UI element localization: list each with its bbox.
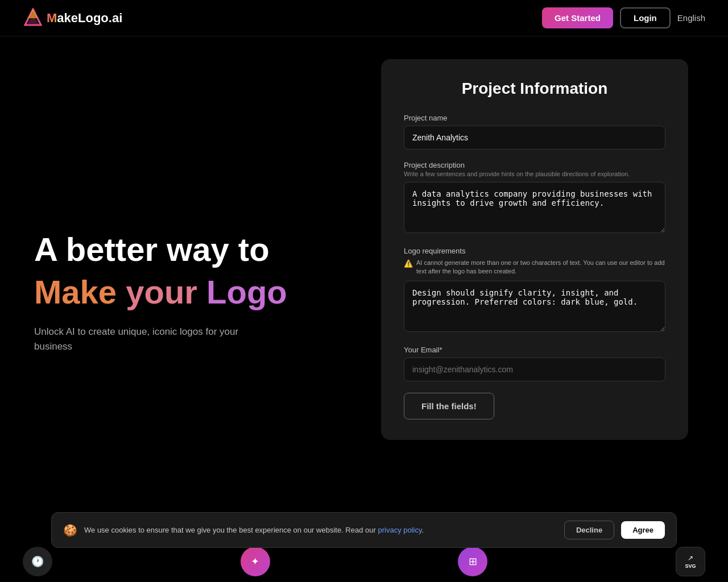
form-title: Project Information — [404, 80, 665, 98]
word-make: Make — [34, 273, 117, 310]
site-header: MakeLogo.ai Get Started Login English — [0, 0, 728, 36]
cookie-banner: 🍪 We use cookies to ensure that we give … — [51, 512, 677, 548]
clock-button[interactable]: 🕐 — [23, 547, 52, 576]
hero-subtitle: Unlock AI to create unique, iconic logos… — [34, 325, 273, 354]
word-your: your — [126, 273, 197, 310]
form-card: Project Information Project name Project… — [381, 59, 688, 440]
logo-text: MakeLogo.ai — [47, 11, 122, 26]
logo-req-group: Logo requirements ⚠️ AI cannot generate … — [404, 247, 665, 334]
logo-req-textarea[interactable] — [404, 281, 665, 332]
email-label: Your Email* — [404, 346, 665, 354]
email-input[interactable] — [404, 357, 665, 381]
form-panel: Project Information Project name Project… — [353, 36, 728, 548]
email-group: Your Email* — [404, 346, 665, 381]
nav-right: Get Started Login English — [542, 7, 705, 28]
get-started-button[interactable]: Get Started — [542, 7, 613, 28]
decline-button[interactable]: Decline — [564, 521, 614, 539]
makelogo-icon — [23, 8, 43, 28]
logo-req-warning-row: ⚠️ AI cannot generate more than one or t… — [404, 259, 665, 276]
main-content: A better way to Make your Logo Unlock AI… — [0, 36, 728, 548]
cookie-text: We use cookies to ensure that we give yo… — [84, 526, 557, 534]
svg-arrow-icon: ↗ — [688, 554, 693, 562]
star-icon: ✦ — [251, 555, 259, 568]
hero-section: A better way to Make your Logo Unlock AI… — [0, 36, 353, 548]
login-button[interactable]: Login — [620, 7, 671, 28]
logo-area[interactable]: MakeLogo.ai — [23, 8, 122, 28]
hero-headline: A better way to — [34, 231, 318, 269]
project-desc-group: Project description Write a few sentence… — [404, 161, 665, 235]
project-name-label: Project name — [404, 114, 665, 122]
warning-icon: ⚠️ — [404, 259, 413, 269]
svg-button[interactable]: ↗ SVG — [676, 547, 705, 576]
project-desc-textarea[interactable] — [404, 182, 665, 233]
logo-req-label: Logo requirements — [404, 247, 665, 255]
grid-icon: ⊞ — [469, 555, 477, 568]
bottom-icons: 🕐 ✦ ⊞ ↗ SVG — [0, 547, 728, 576]
center-button[interactable]: ⊞ — [458, 547, 487, 576]
privacy-policy-link[interactable]: privacy policy — [378, 526, 421, 534]
language-selector[interactable]: English — [677, 13, 705, 23]
center-left-button[interactable]: ✦ — [241, 547, 270, 576]
project-desc-sublabel: Write a few sentences and provide hints … — [404, 171, 665, 177]
project-name-group: Project name — [404, 114, 665, 149]
logo-req-warning-text: AI cannot generate more than one or two … — [416, 259, 665, 276]
svg-label: SVG — [685, 563, 696, 569]
clock-icon: 🕐 — [31, 555, 44, 568]
submit-button[interactable]: Fill the fields! — [404, 393, 494, 419]
project-desc-label: Project description — [404, 161, 665, 169]
agree-button[interactable]: Agree — [621, 521, 665, 539]
cookie-icon: 🍪 — [63, 523, 77, 537]
hero-gradient-line: Make your Logo — [34, 273, 318, 311]
word-logo: Logo — [206, 273, 287, 310]
project-name-input[interactable] — [404, 126, 665, 149]
